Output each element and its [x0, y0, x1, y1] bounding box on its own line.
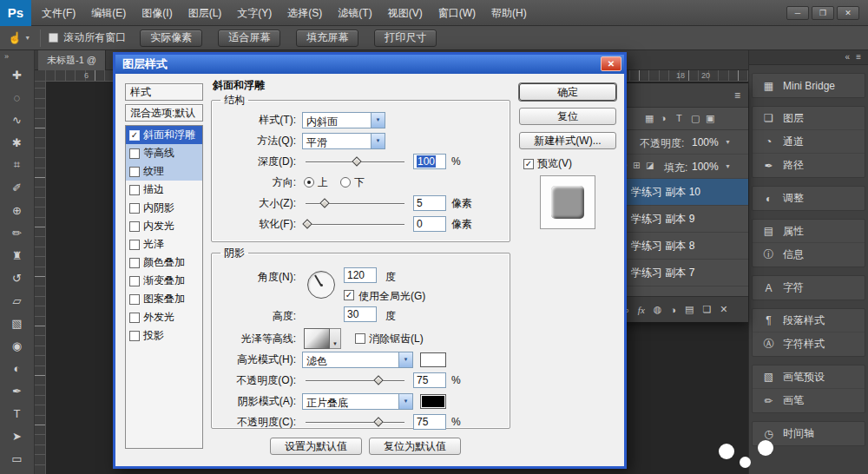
panel-menu-icon[interactable]: ≡	[734, 89, 740, 102]
new-style-button[interactable]: 新建样式(W)...	[519, 132, 616, 149]
menu-file[interactable]: 文件(F)	[36, 0, 81, 26]
dock-menu-icon[interactable]: ≡	[856, 53, 861, 62]
panel-button-character-styles[interactable]: Ⓐ 字符样式	[753, 332, 865, 356]
fill-value[interactable]: 100%	[692, 161, 719, 173]
hand-tool-preset[interactable]: ☝ ▼	[0, 26, 38, 49]
minimize-button[interactable]: ─	[786, 6, 809, 20]
style-item-satin[interactable]: 光泽	[126, 235, 202, 253]
menu-view[interactable]: 视图(V)	[383, 0, 428, 26]
menu-edit[interactable]: 编辑(E)	[86, 0, 131, 26]
delete-layer-icon[interactable]: ✕	[720, 304, 727, 315]
style-item-inner-glow[interactable]: 内发光	[126, 217, 202, 235]
document-tab[interactable]: 未标题-1 @	[38, 50, 106, 70]
highlight-color-swatch[interactable]	[420, 352, 446, 367]
shadow-opacity-slider[interactable]	[304, 415, 406, 429]
shadow-mode-select[interactable]: 正片叠底 ▼	[302, 393, 413, 410]
slider-thumb[interactable]	[302, 219, 312, 228]
panel-button-mini-bridge[interactable]: ▦ Mini Bridge	[753, 74, 865, 97]
close-window-button[interactable]: ✕	[837, 6, 859, 20]
style-item-drop-shadow[interactable]: 投影	[126, 326, 202, 345]
style-item-outer-glow[interactable]: 外发光	[126, 308, 202, 326]
panel-button-layers[interactable]: ❏ 图层	[753, 107, 865, 130]
direction-up-radio[interactable]	[304, 177, 314, 188]
menu-help[interactable]: 帮助(H)	[486, 0, 532, 26]
angle-input[interactable]: 120	[344, 267, 377, 283]
style-item-checkbox[interactable]	[129, 167, 140, 177]
menu-layer[interactable]: 图层(L)	[183, 0, 227, 26]
dropdown-arrow-icon[interactable]: ▼	[725, 139, 731, 145]
altitude-input[interactable]: 30	[344, 306, 377, 322]
depth-slider[interactable]	[304, 155, 406, 168]
maximize-button[interactable]: ❐	[812, 6, 834, 20]
soften-input[interactable]: 0	[413, 216, 446, 232]
actual-pixels-button[interactable]: 实际像素	[140, 30, 202, 47]
style-item-inner-shadow[interactable]: 内阴影	[126, 199, 202, 217]
dialog-close-button[interactable]: ✕	[601, 56, 621, 71]
shadow-color-swatch[interactable]	[420, 394, 446, 409]
dodge-tool-button[interactable]: ◐	[0, 357, 35, 379]
style-item-checkbox[interactable]	[129, 221, 140, 232]
set-default-button[interactable]: 设置为默认值	[270, 438, 362, 455]
vertical-ruler[interactable]	[35, 82, 46, 474]
style-item-checkbox[interactable]	[129, 276, 140, 286]
style-item-texture[interactable]: 纹理	[126, 162, 202, 181]
panel-button-character[interactable]: A 字符	[753, 276, 865, 300]
size-input[interactable]: 5	[413, 195, 446, 211]
magic-wand-tool-button[interactable]: ✱	[0, 131, 35, 154]
menu-filter[interactable]: 滤镜(T)	[332, 0, 377, 26]
eyedropper-tool-button[interactable]: ✐	[0, 176, 35, 199]
highlight-mode-select[interactable]: 滤色 ▼	[302, 352, 413, 368]
panel-button-paths[interactable]: ✒ 路径	[753, 154, 865, 177]
opacity-value[interactable]: 100%	[692, 136, 719, 148]
panel-button-brush-presets[interactable]: ▧ 画笔预设	[753, 365, 865, 389]
style-item-gradient-overlay[interactable]: 渐变叠加	[126, 272, 202, 290]
size-slider[interactable]	[304, 196, 406, 210]
bevel-style-select[interactable]: 内斜面 ▼	[302, 112, 385, 128]
dialog-title-bar[interactable]: 图层样式 ✕	[115, 55, 624, 74]
pen-tool-button[interactable]: ✒	[0, 379, 35, 402]
style-item-checkbox[interactable]	[129, 240, 140, 250]
gloss-contour-picker[interactable]: ▼	[304, 328, 341, 349]
reset-default-button[interactable]: 复位为默认值	[369, 438, 461, 455]
style-item-stroke[interactable]: 描边	[126, 181, 202, 199]
shape-tool-button[interactable]: ▭	[0, 447, 35, 470]
clone-stamp-tool-button[interactable]: ♜	[0, 244, 35, 267]
lock-all-icon[interactable]: ◪	[646, 161, 654, 170]
angle-dial[interactable]	[307, 271, 335, 299]
fit-screen-button[interactable]: 适合屏幕	[218, 30, 280, 47]
eraser-tool-button[interactable]: ▱	[0, 289, 35, 312]
style-item-checkbox[interactable]	[129, 148, 140, 159]
menu-type[interactable]: 文字(Y)	[232, 0, 277, 26]
print-size-button[interactable]: 打印尺寸	[374, 30, 437, 47]
global-light-checkbox[interactable]: ✓	[344, 290, 354, 300]
slider-thumb[interactable]	[373, 417, 383, 426]
healing-brush-tool-button[interactable]: ⊕	[0, 199, 35, 221]
type-tool-button[interactable]: T	[0, 402, 35, 425]
ruler-corner[interactable]	[35, 70, 46, 82]
history-brush-tool-button[interactable]: ↺	[0, 267, 35, 289]
marquee-tool-button[interactable]: ◌	[0, 86, 35, 109]
new-layer-icon[interactable]: ❏	[702, 304, 711, 315]
style-item-pattern-overlay[interactable]: 图案叠加	[126, 290, 202, 308]
filter-smart-objects-icon[interactable]: ▣	[706, 113, 714, 124]
gradient-tool-button[interactable]: ▧	[0, 312, 35, 334]
depth-input[interactable]: 100	[413, 154, 446, 169]
panel-button-brush[interactable]: ✏ 画笔	[753, 389, 865, 412]
shadow-opacity-input[interactable]: 75	[413, 414, 446, 430]
blur-tool-button[interactable]: ◉	[0, 334, 35, 357]
filter-pixel-layers-icon[interactable]: ▦	[645, 113, 654, 124]
panel-button-info[interactable]: ⓘ 信息	[753, 243, 865, 267]
menu-select[interactable]: 选择(S)	[282, 0, 327, 26]
layer-effects-icon[interactable]: fx	[638, 305, 645, 315]
panel-button-adjustments[interactable]: ◐ 调整	[753, 187, 865, 210]
panel-button-paragraph-styles[interactable]: ¶ 段落样式	[753, 309, 865, 332]
menu-image[interactable]: 图像(I)	[136, 0, 177, 26]
preview-checkbox[interactable]: ✓	[523, 159, 534, 169]
toolbar-collapse-icon[interactable]: »	[0, 50, 34, 63]
style-item-checkbox[interactable]	[129, 258, 140, 268]
direction-down-radio[interactable]	[340, 177, 351, 188]
fill-screen-button[interactable]: 填充屏幕	[296, 30, 358, 47]
style-item-bevel-emboss[interactable]: ✓ 斜面和浮雕	[126, 126, 202, 144]
reset-button[interactable]: 复位	[519, 108, 616, 125]
style-item-color-overlay[interactable]: 颜色叠加	[126, 253, 202, 272]
